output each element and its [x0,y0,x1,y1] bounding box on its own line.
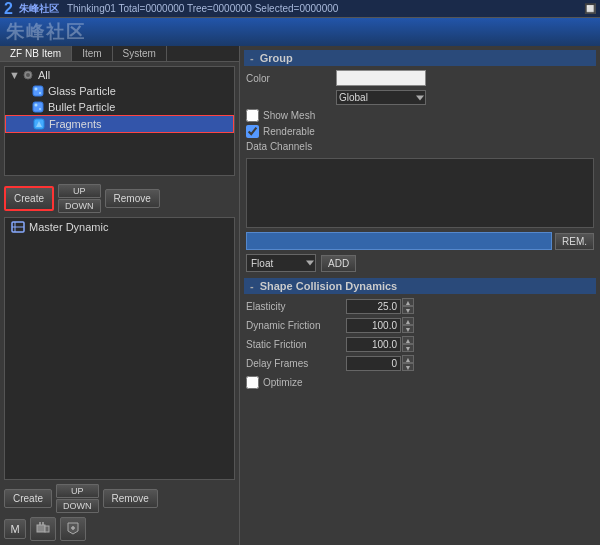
static-friction-up[interactable]: ▲ [402,336,414,344]
delay-frames-input[interactable] [346,356,401,371]
tree-item-glass[interactable]: Glass Particle [5,83,234,99]
collision-section-header[interactable]: - Shape Collision Dynamics [244,278,596,294]
dynamic-friction-up[interactable]: ▲ [402,317,414,325]
tree-panel: ▼ All Gla [4,66,235,176]
renderable-row: Renderable [244,125,596,138]
tab-system[interactable]: System [113,46,167,61]
static-friction-down[interactable]: ▼ [402,344,414,352]
global-row: Global [244,90,596,105]
main-layout: ZF NB Item Item System ▼ All [0,46,600,545]
global-select[interactable]: Global [336,90,426,105]
up-button-lower[interactable]: UP [56,484,99,498]
tree-item-fragments-label: Fragments [49,118,102,130]
svg-point-6 [35,104,38,107]
create-button-upper[interactable]: Create [4,186,54,211]
delay-frames-up[interactable]: ▲ [402,355,414,363]
delay-frames-down[interactable]: ▼ [402,363,414,371]
tree-root-label: All [38,69,50,81]
create-button-lower[interactable]: Create [4,489,52,508]
svg-point-7 [39,108,41,110]
list-item-master[interactable]: Master Dynamic [5,218,234,236]
dynamic-friction-input[interactable] [346,318,401,333]
tree-item-bullet[interactable]: Bullet Particle [5,99,234,115]
float-select-wrapper: Float [246,254,316,272]
channel-input[interactable] [246,232,552,250]
float-select[interactable]: Float [246,254,316,272]
lower-list: Master Dynamic [4,217,235,480]
particle-icon-bullet [31,100,45,114]
dynamic-friction-down[interactable]: ▼ [402,325,414,333]
window-title: Thinking01 Total=0000000 Tree=0000000 Se… [67,3,338,14]
lower-btn-row: Create UP DOWN Remove [0,480,239,517]
gear-icon [21,68,35,82]
master-dynamic-label: Master Dynamic [29,221,108,233]
delay-frames-label: Delay Frames [246,358,346,369]
elasticity-input[interactable] [346,299,401,314]
global-select-wrapper: Global [336,90,426,105]
show-mesh-checkbox[interactable] [246,109,259,122]
group-minus-icon: - [250,52,254,64]
tree-item-glass-label: Glass Particle [48,85,116,97]
watermark-text: 朱峰社区 [6,20,86,44]
tree-item-bullet-label: Bullet Particle [48,101,115,113]
dynamic-friction-label: Dynamic Friction [246,320,346,331]
optimize-checkbox[interactable] [246,376,259,389]
collision-title: Shape Collision Dynamics [260,280,398,292]
top-bar: 2 朱峰社区 Thinking01 Total=0000000 Tree=000… [0,0,600,18]
updown-group-lower: UP DOWN [56,484,99,513]
optimize-row: Optimize [244,376,596,389]
particle-icon-glass [31,84,45,98]
tree-item-fragments[interactable]: Fragments [5,115,234,133]
watermark: 朱峰社区 [0,18,600,46]
community-label: 朱峰社区 [19,2,59,16]
svg-rect-5 [33,102,43,112]
icon-btn-2[interactable] [60,517,86,541]
right-panel: - Group Color Global Show Mesh Re [240,46,600,545]
add-row: Float ADD [244,254,596,272]
svg-rect-16 [45,526,49,532]
m-button[interactable]: M [4,519,26,539]
svg-rect-2 [33,86,43,96]
updown-group: UP DOWN [58,184,101,213]
icon-btn-1[interactable] [30,517,56,541]
svg-rect-13 [37,525,45,532]
elasticity-spinners: ▲ ▼ [402,298,414,314]
tree-root[interactable]: ▼ All [5,67,234,83]
show-mesh-label: Show Mesh [263,110,315,121]
elasticity-up[interactable]: ▲ [402,298,414,306]
rem-row: REM. [244,232,596,250]
color-picker[interactable] [336,70,426,86]
remove-button-lower[interactable]: Remove [103,489,158,508]
fragment-icon [32,117,46,131]
data-channels-row: Data Channels [244,141,596,152]
window-controls[interactable]: 🔲 [584,3,596,14]
delay-frames-spinners: ▲ ▼ [402,355,414,371]
tab-item[interactable]: Item [72,46,112,61]
up-button-upper[interactable]: UP [58,184,101,198]
tab-bar: ZF NB Item Item System [0,46,239,62]
svg-point-1 [26,73,30,77]
tab-zf-nb-item[interactable]: ZF NB Item [0,46,72,61]
optimize-label: Optimize [263,377,302,388]
color-label: Color [246,73,336,84]
group-section-header[interactable]: - Group [244,50,596,66]
elasticity-down[interactable]: ▼ [402,306,414,314]
down-button-upper[interactable]: DOWN [58,199,101,213]
color-row: Color [244,70,596,86]
dynamic-friction-spinners: ▲ ▼ [402,317,414,333]
static-friction-input[interactable] [346,337,401,352]
dynamic-friction-row: Dynamic Friction ▲ ▼ [244,317,596,333]
static-friction-label: Static Friction [246,339,346,350]
add-button[interactable]: ADD [321,255,356,272]
elasticity-row: Elasticity ▲ ▼ [244,298,596,314]
group-title: Group [260,52,293,64]
data-channels-box [246,158,594,228]
static-friction-row: Static Friction ▲ ▼ [244,336,596,352]
remove-button-upper[interactable]: Remove [105,189,160,208]
elasticity-label: Elasticity [246,301,346,312]
rem-button[interactable]: REM. [555,233,594,250]
down-button-lower[interactable]: DOWN [56,499,99,513]
left-panel: ZF NB Item Item System ▼ All [0,46,240,545]
renderable-checkbox[interactable] [246,125,259,138]
m-btn-row: M [0,517,239,545]
